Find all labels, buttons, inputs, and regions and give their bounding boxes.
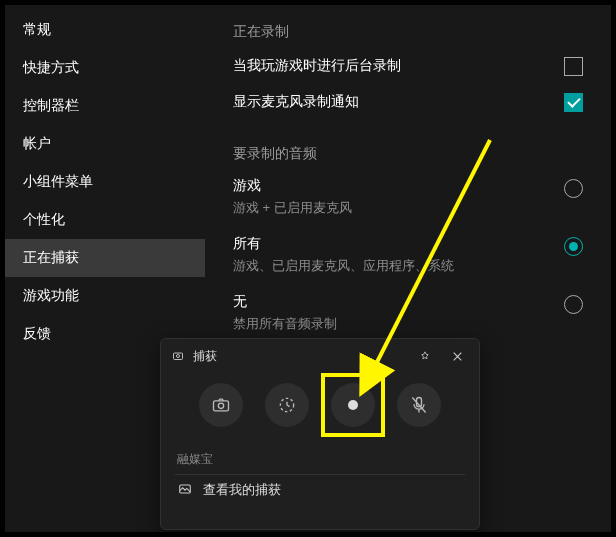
close-button[interactable] (445, 344, 469, 368)
record-icon (348, 400, 358, 410)
mic-toggle-button[interactable] (397, 383, 441, 427)
option-title: 无 (233, 293, 337, 311)
sidebar-item-label: 常规 (23, 21, 51, 39)
svg-rect-0 (174, 353, 183, 360)
widget-title: 捕获 (193, 348, 405, 365)
audio-option-none[interactable]: 无 禁用所有音频录制 (233, 293, 583, 333)
sidebar-item-label: 反馈 (23, 325, 51, 343)
svg-point-3 (218, 403, 223, 408)
sidebar-item-label: 小组件菜单 (23, 173, 93, 191)
section-title-recording: 正在录制 (233, 23, 583, 41)
sidebar-item-widget-menu[interactable]: 小组件菜单 (5, 163, 205, 201)
gallery-icon (177, 482, 193, 499)
widget-titlebar: 捕获 (161, 339, 479, 373)
view-captures-button[interactable]: 查看我的捕获 (161, 475, 479, 511)
option-title: 游戏 (233, 177, 352, 195)
svg-point-1 (177, 355, 180, 358)
sidebar-item-label: 正在捕获 (23, 249, 79, 267)
checkbox-background-record[interactable] (564, 57, 583, 76)
setting-row-mic-notify: 显示麦克风录制通知 (233, 91, 583, 113)
option-subtitle: 游戏、已启用麦克风、应用程序、系统 (233, 257, 454, 275)
sidebar-item-account[interactable]: 帐户 (5, 125, 205, 163)
widget-section-label: 融媒宝 (161, 441, 479, 474)
section-title-audio: 要录制的音频 (233, 145, 583, 163)
sidebar-item-label: 控制器栏 (23, 97, 79, 115)
sidebar-item-label: 帐户 (23, 135, 51, 153)
radio-audio-none[interactable] (564, 295, 583, 314)
setting-label: 当我玩游戏时进行后台录制 (233, 57, 401, 75)
pin-button[interactable] (413, 344, 437, 368)
setting-row-background-record: 当我玩游戏时进行后台录制 (233, 55, 583, 77)
checkbox-mic-notify[interactable] (564, 93, 583, 112)
capture-widget: 捕获 融媒宝 查看我的捕获 (160, 338, 480, 530)
sidebar-item-label: 游戏功能 (23, 287, 79, 305)
record-button[interactable] (331, 383, 375, 427)
option-subtitle: 游戏 + 已启用麦克风 (233, 199, 352, 217)
screenshot-button[interactable] (199, 383, 243, 427)
setting-label: 显示麦克风录制通知 (233, 93, 359, 111)
option-subtitle: 禁用所有音频录制 (233, 315, 337, 333)
sidebar-item-shortcuts[interactable]: 快捷方式 (5, 49, 205, 87)
sidebar-item-personalize[interactable]: 个性化 (5, 201, 205, 239)
record-last-button[interactable] (265, 383, 309, 427)
sidebar-item-label: 快捷方式 (23, 59, 79, 77)
sidebar-item-label: 个性化 (23, 211, 65, 229)
radio-audio-all[interactable] (564, 237, 583, 256)
sidebar-item-game-features[interactable]: 游戏功能 (5, 277, 205, 315)
svg-rect-2 (214, 401, 229, 411)
capture-icon (171, 349, 185, 363)
audio-option-game[interactable]: 游戏 游戏 + 已启用麦克风 (233, 177, 583, 217)
sidebar-item-controller[interactable]: 控制器栏 (5, 87, 205, 125)
audio-option-all[interactable]: 所有 游戏、已启用麦克风、应用程序、系统 (233, 235, 583, 275)
option-title: 所有 (233, 235, 454, 253)
radio-audio-game[interactable] (564, 179, 583, 198)
view-captures-label: 查看我的捕获 (203, 481, 281, 499)
sidebar-item-capturing[interactable]: 正在捕获 (5, 239, 205, 277)
widget-button-row (161, 373, 479, 441)
sidebar-item-general[interactable]: 常规 (5, 11, 205, 49)
